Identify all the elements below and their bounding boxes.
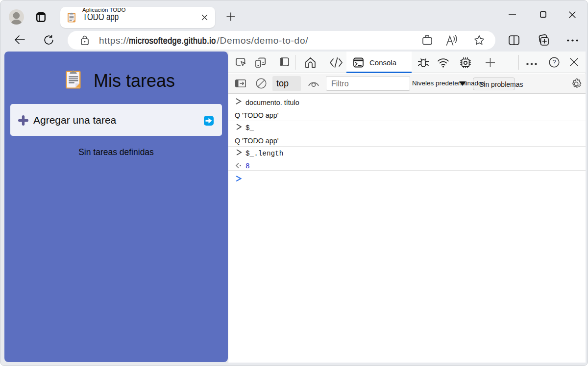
svg-text:?: ? bbox=[552, 58, 556, 66]
